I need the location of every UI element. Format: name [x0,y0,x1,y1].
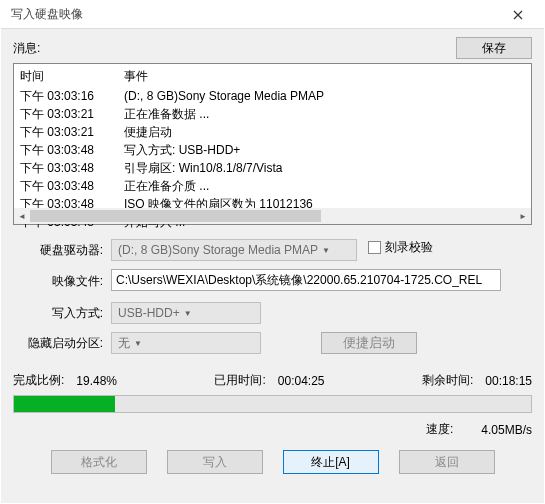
log-time: 下午 03:03:16 [20,87,124,105]
dialog-window: 写入硬盘映像 消息: 保存 时间 下午 03:03:16下午 03:03:21下… [0,0,545,504]
image-file-input[interactable]: C:\Users\WEXIA\Desktop\系统镜像\22000.65.210… [111,269,501,291]
back-button[interactable]: 返回 [399,450,495,474]
scroll-left-icon[interactable]: ◄ [14,208,30,224]
write-mode-value: USB-HDD+ [118,306,180,320]
speed-label: 速度: [426,421,453,438]
elapsed-label: 已用时间: [214,372,265,389]
scroll-track[interactable] [30,208,515,224]
done-label: 完成比例: [13,372,64,389]
chevron-down-icon: ▼ [184,309,192,318]
row-drive: 硬盘驱动器: (D:, 8 GB)Sony Storage Media PMAP… [13,239,532,261]
write-button[interactable]: 写入 [167,450,263,474]
elapsed-value: 00:04:25 [278,374,325,388]
drive-label: 硬盘驱动器: [13,242,111,259]
hide-partition-dropdown[interactable]: 无 ▼ [111,332,261,354]
format-button[interactable]: 格式化 [51,450,147,474]
verify-checkbox[interactable] [368,241,381,254]
stats-row: 完成比例:19.48% 已用时间:00:04:25 剩余时间:00:18:15 [13,372,532,389]
row-image: 映像文件: C:\Users\WEXIA\Desktop\系统镜像\22000.… [13,269,532,294]
scrollbar-horizontal[interactable]: ◄ ► [14,208,531,224]
chevron-down-icon: ▼ [134,339,142,348]
write-mode-dropdown[interactable]: USB-HDD+ ▼ [111,302,261,324]
log-panel: 时间 下午 03:03:16下午 03:03:21下午 03:03:21下午 0… [13,63,532,225]
drive-value: (D:, 8 GB)Sony Storage Media PMAP [118,243,318,257]
quick-boot-button[interactable]: 便捷启动 [321,332,417,354]
row-write-mode: 写入方式: USB-HDD+ ▼ [13,302,532,324]
log-event: (D:, 8 GB)Sony Storage Media PMAP [124,87,531,105]
close-button[interactable] [498,1,538,29]
hide-partition-label: 隐藏启动分区: [13,335,111,352]
drive-dropdown[interactable]: (D:, 8 GB)Sony Storage Media PMAP ▼ [111,239,357,261]
content-area: 消息: 保存 时间 下午 03:03:16下午 03:03:21下午 03:03… [1,29,544,503]
message-label: 消息: [13,40,456,57]
chevron-down-icon: ▼ [322,246,330,255]
hide-partition-value: 无 [118,335,130,352]
log-event: 写入方式: USB-HDD+ [124,141,531,159]
row-hide-partition: 隐藏启动分区: 无 ▼ 便捷启动 [13,332,532,354]
log-event: 引导扇区: Win10/8.1/8/7/Vista [124,159,531,177]
verify-label: 刻录校验 [385,239,433,256]
log-time: 下午 03:03:48 [20,141,124,159]
log-event: 正在准备数据 ... [124,105,531,123]
close-icon [513,10,523,20]
log-event: 便捷启动 [124,123,531,141]
remain-label: 剩余时间: [422,372,473,389]
log-time: 下午 03:03:21 [20,123,124,141]
verify-checkbox-wrap[interactable]: 刻录校验 [368,239,433,256]
titlebar: 写入硬盘映像 [1,1,544,29]
message-row: 消息: 保存 [13,37,532,59]
progress-fill [14,396,115,412]
scroll-thumb[interactable] [30,210,321,222]
log-time: 下午 03:03:21 [20,105,124,123]
image-label: 映像文件: [13,273,111,290]
scroll-right-icon[interactable]: ► [515,208,531,224]
abort-button[interactable]: 终止[A] [283,450,379,474]
speed-row: 速度: 4.05MB/s [13,421,532,438]
window-title: 写入硬盘映像 [11,6,498,23]
done-value: 19.48% [76,374,117,388]
write-mode-label: 写入方式: [13,305,111,322]
log-time: 下午 03:03:48 [20,159,124,177]
speed-value: 4.05MB/s [481,423,532,437]
button-row: 格式化 写入 终止[A] 返回 [13,450,532,474]
log-event: 正在准备介质 ... [124,177,531,195]
save-button[interactable]: 保存 [456,37,532,59]
progress-bar [13,395,532,413]
log-header-time: 时间 [20,68,124,85]
log-header-event: 事件 [124,68,531,85]
remain-value: 00:18:15 [485,374,532,388]
log-time: 下午 03:03:48 [20,177,124,195]
